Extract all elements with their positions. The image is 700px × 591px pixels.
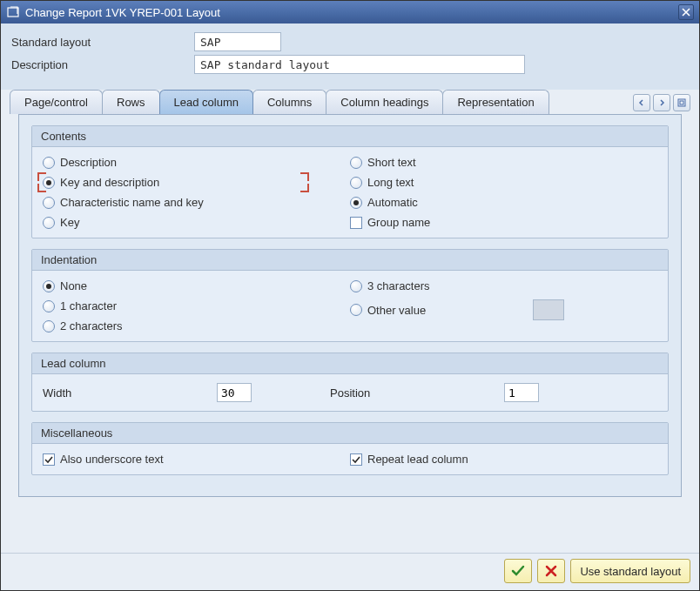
radio-key[interactable]: Key: [43, 216, 350, 229]
check-icon: [511, 564, 525, 578]
radio-icon: [43, 320, 55, 332]
field-row-standard-layout: Standard layout: [11, 32, 689, 51]
svg-rect-0: [8, 8, 18, 17]
close-icon: [682, 8, 690, 17]
footer-bar: Use standard layout: [1, 553, 699, 590]
tab-scroll-right[interactable]: [653, 94, 670, 111]
tab-lead-column[interactable]: Lead column: [159, 90, 253, 114]
group-contents: Contents Description: [31, 125, 669, 238]
radio-icon: [43, 300, 55, 312]
tab-representation[interactable]: Representation: [442, 90, 549, 114]
indent-right-col: 3 characters Other value: [350, 279, 657, 332]
standard-layout-input[interactable]: [194, 32, 281, 51]
radio-indent-2-label: 2 characters: [60, 319, 123, 332]
radio-indent-none-label: None: [60, 279, 87, 292]
description-label: Description: [11, 58, 194, 71]
checkbox-underscore-label: Also underscore text: [60, 453, 164, 466]
radio-icon: [350, 304, 362, 316]
misc-right-col: Repeat lead column: [350, 453, 657, 466]
group-misc-title: Miscellaneous: [32, 423, 668, 444]
tab-row: Page/control Rows Lead column Columns Co…: [10, 90, 690, 114]
use-standard-layout-label: Use standard layout: [580, 565, 681, 578]
radio-char-name-key[interactable]: Characteristic name and key: [43, 196, 350, 209]
radio-indent-other-label: Other value: [367, 304, 426, 317]
cancel-button[interactable]: [537, 559, 565, 583]
radio-automatic[interactable]: Automatic: [350, 196, 657, 209]
svg-rect-2: [680, 101, 683, 104]
radio-description[interactable]: Description: [43, 156, 350, 169]
description-input[interactable]: [194, 55, 525, 74]
radio-indent-none[interactable]: None: [43, 279, 350, 292]
position-input[interactable]: [504, 383, 539, 402]
checkbox-group-name[interactable]: Group name: [350, 216, 657, 229]
indent-other-input: [533, 299, 564, 320]
radio-icon: [350, 197, 362, 209]
radio-key-and-description-label: Key and description: [60, 176, 159, 189]
radio-indent-other[interactable]: Other value: [350, 304, 524, 317]
radio-key-label: Key: [60, 216, 79, 229]
radio-short-text[interactable]: Short text: [350, 156, 657, 169]
radio-icon: [43, 197, 55, 209]
radio-icon: [43, 177, 55, 189]
checkbox-icon: [350, 217, 362, 229]
radio-key-and-description[interactable]: Key and description: [43, 176, 304, 189]
window-icon: [6, 5, 20, 19]
header-fields: Standard layout Description: [1, 24, 699, 90]
cancel-icon: [545, 565, 557, 577]
tab-rows[interactable]: Rows: [102, 90, 160, 114]
tab-column-headings[interactable]: Column headings: [326, 90, 443, 114]
group-indentation: Indentation None 1 character: [31, 249, 669, 342]
radio-icon: [350, 177, 362, 189]
field-row-description: Description: [11, 55, 689, 74]
radio-icon: [350, 157, 362, 169]
window-title: Change Report 1VK YREP-001 Layout: [25, 6, 678, 19]
close-button[interactable]: [678, 4, 694, 20]
group-contents-title: Contents: [32, 126, 668, 147]
radio-indent-2[interactable]: 2 characters: [43, 319, 350, 332]
indent-left-col: None 1 character 2 characters: [43, 279, 350, 332]
chevron-left-icon: [638, 99, 645, 106]
misc-left-col: Also underscore text: [43, 453, 350, 466]
checkbox-icon: [43, 453, 55, 466]
chevron-right-icon: [658, 99, 665, 106]
group-lead-column-title: Lead column: [32, 353, 668, 374]
tab-columns[interactable]: Columns: [252, 90, 326, 114]
radio-icon: [43, 217, 55, 229]
checkbox-repeat-lead[interactable]: Repeat lead column: [350, 453, 657, 466]
position-label: Position: [330, 386, 504, 400]
titlebar: Change Report 1VK YREP-001 Layout: [1, 1, 699, 24]
tab-page-control[interactable]: Page/control: [10, 90, 103, 114]
width-input[interactable]: [217, 383, 252, 402]
radio-long-text-label: Long text: [367, 176, 414, 189]
standard-layout-label: Standard layout: [11, 36, 194, 49]
radio-automatic-label: Automatic: [367, 196, 418, 209]
group-lead-column: Lead column Width Position: [31, 353, 669, 412]
group-indentation-title: Indentation: [32, 250, 668, 271]
group-misc: Miscellaneous Also underscore text Repea…: [31, 422, 669, 475]
radio-indent-3[interactable]: 3 characters: [350, 279, 657, 292]
radio-char-name-key-label: Characteristic name and key: [60, 196, 204, 209]
radio-long-text[interactable]: Long text: [350, 176, 657, 189]
radio-icon: [43, 280, 55, 292]
tab-list-icon: [677, 98, 686, 107]
width-label: Width: [43, 386, 217, 400]
radio-icon: [43, 157, 55, 169]
radio-icon: [350, 280, 362, 292]
tab-list-button[interactable]: [673, 94, 690, 111]
radio-indent-3-label: 3 characters: [367, 279, 430, 292]
checkbox-underscore[interactable]: Also underscore text: [43, 453, 350, 466]
tab-scroll-left[interactable]: [633, 94, 650, 111]
tab-content: Contents Description: [18, 114, 682, 497]
dialog-window: Change Report 1VK YREP-001 Layout Standa…: [0, 0, 700, 591]
use-standard-layout-button[interactable]: Use standard layout: [570, 559, 690, 583]
contents-left-col: Description Key and description: [43, 156, 350, 229]
checkbox-repeat-lead-label: Repeat lead column: [367, 453, 468, 466]
svg-rect-1: [678, 99, 685, 106]
checkbox-group-name-label: Group name: [367, 216, 430, 229]
contents-right-col: Short text Long text Automatic Grou: [350, 156, 657, 229]
tab-area: Page/control Rows Lead column Columns Co…: [1, 90, 699, 506]
ok-button[interactable]: [504, 559, 532, 583]
radio-short-text-label: Short text: [367, 156, 416, 169]
radio-indent-1[interactable]: 1 character: [43, 299, 350, 312]
checkbox-icon: [350, 453, 362, 466]
